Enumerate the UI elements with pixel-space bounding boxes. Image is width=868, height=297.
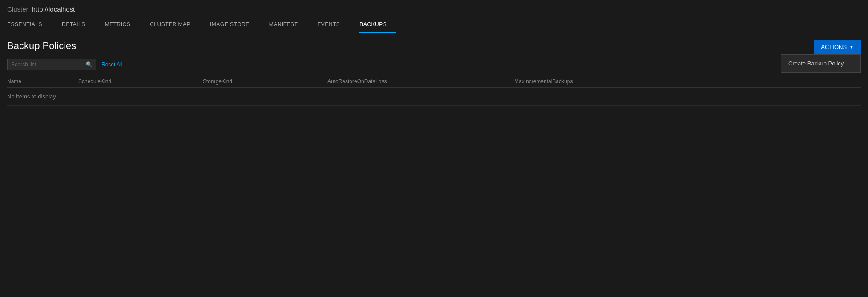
cluster-url: http://localhost (32, 5, 75, 13)
col-header-storage-kind: StorageKind (203, 78, 327, 85)
tab-details[interactable]: DETAILS (62, 18, 94, 33)
nav-tabs: ESSENTIALS DETAILS METRICS CLUSTER MAP I… (7, 17, 861, 33)
tab-essentials[interactable]: ESSENTIALS (7, 18, 51, 33)
search-container: 🔍 (7, 59, 96, 70)
tab-events[interactable]: EVENTS (317, 18, 349, 33)
actions-button-label: ACTIONS (821, 44, 847, 50)
tab-image-store[interactable]: IMAGE STORE (210, 18, 258, 33)
toolbar: 🔍 Reset All (7, 59, 861, 70)
actions-dropdown-menu: Create Backup Policy (781, 54, 861, 73)
chevron-down-icon: ▼ (849, 45, 854, 49)
actions-button[interactable]: ACTIONS ▼ (814, 40, 861, 54)
tab-cluster-map[interactable]: CLUSTER MAP (150, 18, 199, 33)
col-header-max-incremental: MaxIncrementalBackups (514, 78, 861, 85)
reset-all-link[interactable]: Reset All (101, 61, 122, 68)
search-input[interactable] (7, 59, 96, 70)
create-backup-policy-item[interactable]: Create Backup Policy (781, 57, 860, 70)
no-items-message: No items to display. (7, 88, 861, 106)
main-content: Backup Policies 🔍 Reset All ACTIONS ▼ Cr… (0, 33, 868, 113)
header: Cluster http://localhost ESSENTIALS DETA… (0, 0, 868, 33)
col-header-schedule-kind: ScheduleKind (78, 78, 203, 85)
col-header-name: Name (7, 78, 78, 85)
tab-manifest[interactable]: MANIFEST (269, 18, 307, 33)
cluster-label: Cluster (7, 5, 28, 13)
cluster-title: Cluster http://localhost (7, 5, 861, 13)
tab-metrics[interactable]: METRICS (105, 18, 140, 33)
col-header-auto-restore: AutoRestoreOnDataLoss (327, 78, 514, 85)
tab-backups[interactable]: BACKUPS (359, 18, 396, 33)
page-title: Backup Policies (7, 40, 861, 52)
backup-policies-table: Name ScheduleKind StorageKind AutoRestor… (7, 76, 861, 106)
table-header: Name ScheduleKind StorageKind AutoRestor… (7, 76, 861, 88)
